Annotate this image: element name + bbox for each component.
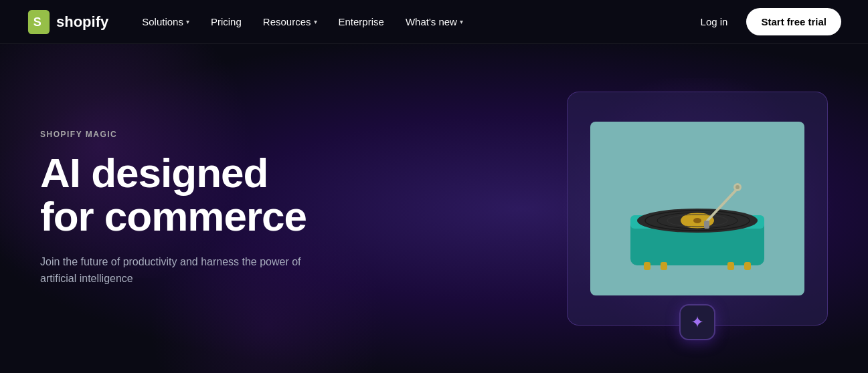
shopify-logo-icon: S bbox=[27, 10, 51, 34]
product-image-card bbox=[567, 92, 828, 326]
solutions-chevron-icon: ▾ bbox=[186, 18, 189, 25]
svg-rect-14 bbox=[704, 221, 709, 229]
turntable-illustration bbox=[590, 122, 804, 295]
resources-label: Resources bbox=[263, 16, 311, 27]
solutions-label: Solutions bbox=[142, 16, 183, 27]
svg-rect-16 bbox=[661, 262, 667, 270]
hero-title: AI designed for commerce bbox=[40, 151, 428, 238]
svg-rect-17 bbox=[727, 262, 734, 270]
hero-title-line1: AI designed bbox=[40, 150, 268, 196]
hero-title-line2: for commerce bbox=[40, 193, 307, 239]
nav-links: Solutions ▾ Pricing Resources ▾ Enterpri… bbox=[133, 11, 692, 33]
logo-link[interactable]: S shopify bbox=[27, 10, 108, 34]
nav-item-whats-new[interactable]: What's new ▾ bbox=[396, 11, 472, 33]
hero-visual: ✦ bbox=[567, 92, 828, 326]
ai-magic-badge: ✦ bbox=[679, 304, 715, 340]
nav-item-pricing[interactable]: Pricing bbox=[201, 11, 251, 33]
start-trial-button[interactable]: Start free trial bbox=[746, 8, 841, 35]
nav-item-resources[interactable]: Resources ▾ bbox=[254, 11, 327, 33]
svg-rect-18 bbox=[744, 262, 751, 270]
login-button[interactable]: Log in bbox=[693, 11, 736, 33]
hero-section: SHOPIFY MAGIC AI designed for commerce J… bbox=[0, 44, 868, 373]
whats-new-label: What's new bbox=[406, 16, 457, 27]
hero-content: SHOPIFY MAGIC AI designed for commerce J… bbox=[40, 130, 428, 287]
hero-eyebrow: SHOPIFY MAGIC bbox=[40, 130, 428, 139]
svg-rect-15 bbox=[644, 262, 650, 270]
image-card-wrapper: ✦ bbox=[567, 92, 828, 326]
nav-item-solutions[interactable]: Solutions ▾ bbox=[133, 11, 199, 33]
svg-point-7 bbox=[693, 218, 701, 223]
resources-chevron-icon: ▾ bbox=[314, 18, 317, 25]
pricing-label: Pricing bbox=[211, 16, 242, 27]
nav-right: Log in Start free trial bbox=[693, 8, 841, 35]
logo-text: shopify bbox=[56, 13, 108, 31]
enterprise-label: Enterprise bbox=[339, 16, 384, 27]
svg-text:S: S bbox=[33, 15, 41, 29]
hero-subtitle: Join the future of productivity and harn… bbox=[40, 254, 335, 287]
svg-point-13 bbox=[735, 185, 740, 189]
ai-sparkle-icon: ✦ bbox=[691, 313, 704, 332]
nav-item-enterprise[interactable]: Enterprise bbox=[329, 11, 394, 33]
whats-new-chevron-icon: ▾ bbox=[460, 18, 463, 25]
navigation: S shopify Solutions ▾ Pricing Resources … bbox=[0, 0, 868, 44]
